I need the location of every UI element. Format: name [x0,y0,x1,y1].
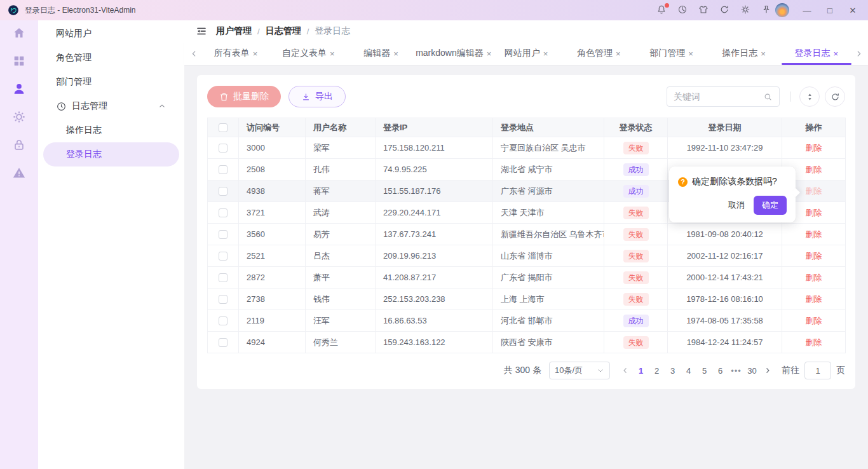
search-icon[interactable] [763,92,773,102]
page-number-3[interactable]: 3 [665,362,681,379]
page-number-1[interactable]: 1 [633,362,649,379]
cell-location: 宁夏回族自治区 吴忠市 [493,137,604,159]
page-number-5[interactable]: 5 [696,362,712,379]
theme-shirt-icon [698,4,709,17]
collapse-menu-icon[interactable] [196,25,207,37]
delete-row-link[interactable]: 删除 [806,229,822,239]
cell-ip: 151.55.187.176 [376,180,493,202]
cell-id: 4924 [239,332,306,353]
delete-row-link[interactable]: 删除 [806,294,822,304]
row-checkbox[interactable] [219,187,227,196]
next-page-icon[interactable] [760,362,775,379]
sidebar-item[interactable]: 网站用户 [43,22,179,46]
user-avatar[interactable] [775,3,789,17]
cell-ip: 252.153.203.238 [376,289,493,310]
export-button[interactable]: 导出 [288,86,346,107]
page-number-30[interactable]: 30 [744,362,760,379]
row-checkbox[interactable] [219,230,227,239]
row-checkbox[interactable] [219,273,227,282]
batch-delete-label: 批量删除 [233,91,269,102]
pagination-ellipsis[interactable]: ••• [728,362,744,379]
sidebar-item[interactable]: 日志管理 [43,94,179,118]
rail-item-lock-icon[interactable] [11,139,27,153]
tab-操作日志[interactable]: 操作日志× [708,42,780,65]
select-all-checkbox[interactable] [219,123,227,132]
keyword-search-input[interactable] [674,92,763,102]
settings-gear-button[interactable] [740,5,750,15]
row-checkbox[interactable] [219,316,227,325]
popover-confirm-button[interactable]: 确定 [754,196,787,215]
row-checkbox[interactable] [219,338,227,347]
tab-网站用户[interactable]: 网站用户× [490,42,562,65]
tabs-scroll-right-icon[interactable] [853,42,864,65]
page-number-6[interactable]: 6 [712,362,728,379]
refresh-button[interactable] [719,5,729,15]
sidebar-item[interactable]: 操作日志 [43,118,179,142]
delete-row-link[interactable]: 删除 [806,186,822,196]
row-checkbox[interactable] [219,144,227,153]
close-window-button[interactable]: ✕ [844,3,862,18]
row-checkbox[interactable] [219,165,227,174]
cell-id: 2119 [239,310,306,332]
sidebar-item-label: 网站用户 [56,28,166,39]
page-size-select[interactable]: 10条/页 [549,362,610,379]
tab-markdown编辑器[interactable]: markdown编辑器× [417,42,490,65]
theme-shirt-button[interactable] [698,5,709,15]
table-refresh-button[interactable] [825,86,845,107]
status-badge: 成功 [623,163,649,176]
cell-id: 3721 [239,202,306,224]
rail-item-home-icon[interactable] [11,27,27,41]
sidebar-item[interactable]: 登录日志 [43,142,179,167]
popover-cancel-button[interactable]: 取消 [728,200,745,211]
notification-bell-button[interactable] [656,5,667,15]
breadcrumb-item[interactable]: 日志管理 [266,25,301,37]
home-icon [12,26,26,42]
delete-row-link[interactable]: 删除 [806,251,822,261]
sidebar-item[interactable]: 角色管理 [43,46,179,70]
row-checkbox[interactable] [219,295,227,304]
delete-row-link[interactable]: 删除 [806,273,822,282]
tabs-scroll-left-icon[interactable] [188,42,200,65]
tab-登录日志[interactable]: 登录日志× [780,42,853,65]
tab-close-icon[interactable]: × [616,50,621,58]
tab-close-icon[interactable]: × [761,50,766,58]
tab-close-icon[interactable]: × [393,50,398,58]
tab-部门管理[interactable]: 部门管理× [635,42,707,65]
prev-page-icon[interactable] [618,362,633,379]
delete-row-link[interactable]: 删除 [806,165,822,174]
pin-button[interactable] [761,5,771,15]
page-number-4[interactable]: 4 [681,362,696,379]
tab-close-icon[interactable]: × [330,50,335,58]
row-checkbox[interactable] [219,208,227,217]
status-badge: 失败 [623,293,649,306]
rail-item-user-icon[interactable] [11,83,27,97]
rail-item-warning-icon[interactable] [11,167,27,180]
tab-所有表单[interactable]: 所有表单× [200,42,272,65]
row-checkbox[interactable] [219,252,227,261]
tab-close-icon[interactable]: × [543,50,548,58]
gauge-button[interactable] [677,5,688,15]
column-sort-button[interactable] [799,86,820,107]
delete-row-link[interactable]: 删除 [806,316,822,325]
column-header: 登录状态 [604,118,668,137]
minimize-window-button[interactable]: — [798,3,816,18]
tab-角色管理[interactable]: 角色管理× [562,42,635,65]
maximize-window-button[interactable]: □ [821,3,839,18]
sidebar-item[interactable]: 部门管理 [43,70,179,94]
goto-page-input[interactable] [804,362,831,379]
tab-自定义表单[interactable]: 自定义表单× [272,42,344,65]
page-number-2[interactable]: 2 [649,362,665,379]
pagination: 共 300 条 10条/页 123456•••30 [207,362,845,379]
delete-row-link[interactable]: 删除 [806,143,822,153]
sidebar-menu: 网站用户角色管理部门管理日志管理操作日志登录日志 [38,20,184,469]
rail-item-gear-icon[interactable] [11,111,27,125]
tab-close-icon[interactable]: × [834,50,839,58]
delete-row-link[interactable]: 删除 [806,208,822,217]
tab-close-icon[interactable]: × [688,50,693,58]
batch-delete-button[interactable]: 批量删除 [207,86,281,107]
delete-row-link[interactable]: 删除 [806,337,822,347]
breadcrumb-item[interactable]: 用户管理 [216,25,252,37]
tab-编辑器[interactable]: 编辑器× [344,42,417,65]
tab-close-icon[interactable]: × [253,50,258,58]
rail-item-dashboard-grid-icon[interactable] [11,55,27,69]
